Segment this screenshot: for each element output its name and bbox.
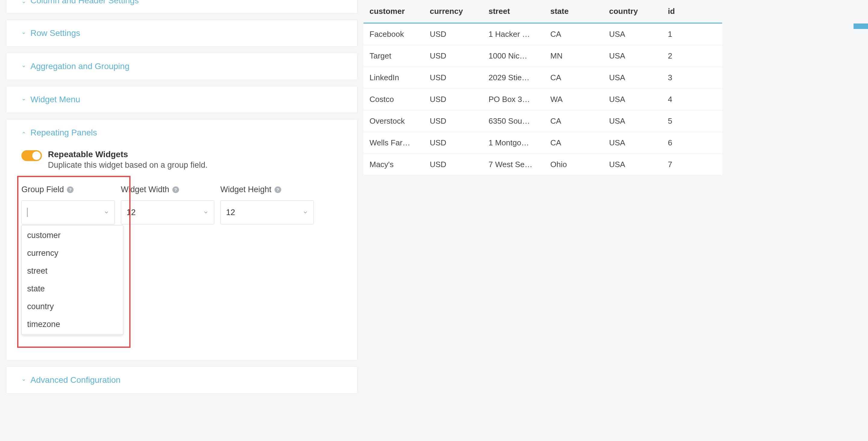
dropdown-item-timezone[interactable]: timezone [22,316,123,333]
section-row-settings[interactable]: Row Settings [6,20,358,47]
group-field-value [27,208,27,217]
group-field-select[interactable] [22,200,115,225]
dropdown-item-street[interactable]: street [22,262,123,280]
th-state[interactable]: state [544,7,603,16]
section-title: Widget Menu [30,95,80,105]
corner-accent [854,24,868,29]
widget-height-select[interactable]: 12 [220,200,314,225]
section-title: Repeating Panels [30,128,97,138]
help-icon[interactable]: ? [173,186,179,193]
widget-height-label: Widget Height ? [220,185,314,194]
chevron-down-icon [104,208,109,217]
data-table: customer currency street state country i… [364,0,722,176]
repeatable-widgets-toggle[interactable] [22,150,42,161]
section-column-header[interactable]: Column and Header Settings [6,0,358,13]
repeatable-widgets-desc: Duplicate this widget based on a group f… [48,160,208,170]
dropdown-item-customer[interactable]: customer [22,227,123,244]
widget-height-value: 12 [226,208,235,217]
dropdown-item-currency[interactable]: currency [22,244,123,262]
th-street[interactable]: street [483,7,544,16]
chevron-down-icon [22,378,26,382]
chevron-down-icon [22,0,26,5]
section-repeating-panels: Repeating Panels Repeatable Widgets Dupl… [6,119,358,360]
section-title: Aggregation and Grouping [30,62,129,71]
table-row[interactable]: Macy's USD 7 West Se… Ohio USA 7 [364,154,722,176]
chevron-down-icon [303,208,308,217]
th-customer[interactable]: customer [364,7,424,16]
table-row[interactable]: Target USD 1000 Nic… MN USA 2 [364,45,722,67]
table-row[interactable]: Costco USD PO Box 3… WA USA 4 [364,89,722,110]
chevron-up-icon [22,130,26,135]
group-field-label: Group Field ? [22,185,115,194]
chevron-down-icon [22,97,26,102]
section-title: Advanced Configuration [30,375,121,385]
section-title: Column and Header Settings [30,0,139,5]
widget-width-value: 12 [127,208,135,217]
dropdown-item-country[interactable]: country [22,298,123,316]
widget-width-select[interactable]: 12 [121,200,214,225]
table-row[interactable]: LinkedIn USD 2029 Stie… CA USA 3 [364,67,722,89]
widget-width-label: Widget Width ? [121,185,214,194]
table-row[interactable]: Facebook USD 1 Hacker … CA USA 1 [364,24,722,45]
repeatable-widgets-label: Repeatable Widgets [48,150,208,159]
section-title: Row Settings [30,28,80,38]
help-icon[interactable]: ? [275,186,281,193]
section-advanced-config[interactable]: Advanced Configuration [6,366,358,394]
chevron-down-icon [22,31,26,36]
chevron-down-icon [22,64,26,69]
section-widget-menu[interactable]: Widget Menu [6,86,358,113]
table-header-row: customer currency street state country i… [364,0,722,24]
dropdown-item-state[interactable]: state [22,280,123,298]
section-aggregation[interactable]: Aggregation and Grouping [6,53,358,80]
th-currency[interactable]: currency [424,7,483,16]
th-id[interactable]: id [662,7,716,16]
chevron-down-icon [203,208,209,217]
section-header-repeating[interactable]: Repeating Panels [22,128,342,138]
help-icon[interactable]: ? [67,186,73,193]
th-country[interactable]: country [603,7,662,16]
group-field-dropdown: customer currency street state country t… [22,225,123,335]
table-row[interactable]: Wells Far… USD 1 Montgo… CA USA 6 [364,132,722,154]
table-row[interactable]: Overstock USD 6350 Sou… CA USA 5 [364,110,722,132]
